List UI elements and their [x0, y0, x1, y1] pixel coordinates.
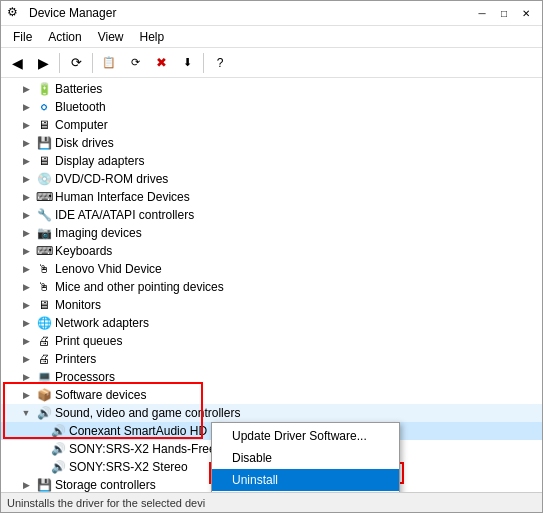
disk-drives-icon: 💾 [36, 135, 52, 151]
menu-help[interactable]: Help [132, 26, 173, 48]
minimize-button[interactable]: ─ [472, 4, 492, 22]
monitors-icon: 🖥 [36, 297, 52, 313]
refresh-button[interactable]: ⟳ [64, 51, 88, 75]
device-manager-window: ⚙ Device Manager ─ □ ✕ File Action View … [0, 0, 543, 513]
display-adapters-icon: 🖥 [36, 153, 52, 169]
tree-item-keyboards[interactable]: ▶ ⌨ Keyboards [1, 242, 542, 260]
expand-keyboards[interactable]: ▶ [19, 244, 33, 258]
expand-imaging[interactable]: ▶ [19, 226, 33, 240]
tree-item-software-devices[interactable]: ▶ 📦 Software devices [1, 386, 542, 404]
tree-item-computer[interactable]: ▶ 🖥 Computer [1, 116, 542, 134]
printers-icon: 🖨 [36, 351, 52, 367]
menu-action[interactable]: Action [40, 26, 89, 48]
tree-item-disk-drives[interactable]: ▶ 💾 Disk drives [1, 134, 542, 152]
keyboards-label: Keyboards [55, 244, 112, 258]
bluetooth-label: Bluetooth [55, 100, 106, 114]
sound-video-icon: 🔊 [36, 405, 52, 421]
tree-item-printers[interactable]: ▶ 🖨 Printers [1, 350, 542, 368]
menu-file[interactable]: File [5, 26, 40, 48]
tree-item-lenovo-vhid[interactable]: ▶ 🖱 Lenovo Vhid Device [1, 260, 542, 278]
processors-label: Processors [55, 370, 115, 384]
software-devices-label: Software devices [55, 388, 146, 402]
conexant-label: Conexant SmartAudio HD [69, 424, 207, 438]
expand-monitors[interactable]: ▶ [19, 298, 33, 312]
hid-icon: ⌨ [36, 189, 52, 205]
hid-label: Human Interface Devices [55, 190, 190, 204]
ide-atapi-label: IDE ATA/ATAPI controllers [55, 208, 194, 222]
expand-display-adapters[interactable]: ▶ [19, 154, 33, 168]
print-queues-label: Print queues [55, 334, 122, 348]
network-label: Network adapters [55, 316, 149, 330]
context-menu-scan[interactable]: Scan for hardware changes [212, 491, 399, 492]
batteries-label: Batteries [55, 82, 102, 96]
expand-print-queues[interactable]: ▶ [19, 334, 33, 348]
expand-printers[interactable]: ▶ [19, 352, 33, 366]
printers-label: Printers [55, 352, 96, 366]
tree-item-display-adapters[interactable]: ▶ 🖥 Display adapters [1, 152, 542, 170]
title-bar: ⚙ Device Manager ─ □ ✕ [1, 1, 542, 26]
context-menu: Update Driver Software... Disable Uninst… [211, 422, 400, 492]
expand-sound-video[interactable]: ▼ [19, 406, 33, 420]
tree-item-print-queues[interactable]: ▶ 🖨 Print queues [1, 332, 542, 350]
tree-item-sound-video[interactable]: ▼ 🔊 Sound, video and game controllers [1, 404, 542, 422]
dvd-cdrom-label: DVD/CD-ROM drives [55, 172, 168, 186]
maximize-button[interactable]: □ [494, 4, 514, 22]
back-button[interactable]: ◀ [5, 51, 29, 75]
expand-dvd-cdrom[interactable]: ▶ [19, 172, 33, 186]
context-menu-uninstall[interactable]: Uninstall [212, 469, 399, 491]
help-button[interactable]: ? [208, 51, 232, 75]
window-controls: ─ □ ✕ [472, 4, 536, 22]
expand-lenovo-vhid[interactable]: ▶ [19, 262, 33, 276]
tree-item-processors[interactable]: ▶ 💻 Processors [1, 368, 542, 386]
expand-hid[interactable]: ▶ [19, 190, 33, 204]
tree-item-mice[interactable]: ▶ 🖱 Mice and other pointing devices [1, 278, 542, 296]
scan-hardware-button[interactable]: ⬇ [175, 51, 199, 75]
tree-item-network[interactable]: ▶ 🌐 Network adapters [1, 314, 542, 332]
close-button[interactable]: ✕ [516, 4, 536, 22]
menu-bar: File Action View Help [1, 26, 542, 48]
expand-mice[interactable]: ▶ [19, 280, 33, 294]
uninstall-button[interactable]: ✖ [149, 51, 173, 75]
forward-button[interactable]: ▶ [31, 51, 55, 75]
sony-stereo-icon: 🔊 [50, 459, 66, 475]
toolbar-separator-3 [203, 53, 204, 73]
context-menu-disable[interactable]: Disable [212, 447, 399, 469]
computer-label: Computer [55, 118, 108, 132]
tree-item-hid[interactable]: ▶ ⌨ Human Interface Devices [1, 188, 542, 206]
tree-item-monitors[interactable]: ▶ 🖥 Monitors [1, 296, 542, 314]
expand-bluetooth[interactable]: ▶ [19, 100, 33, 114]
expand-software-devices[interactable]: ▶ [19, 388, 33, 402]
expand-batteries[interactable]: ▶ [19, 82, 33, 96]
tree-item-bluetooth[interactable]: ▶ ⭘ Bluetooth [1, 98, 542, 116]
software-devices-icon: 📦 [36, 387, 52, 403]
computer-icon: 🖥 [36, 117, 52, 133]
expand-sony-stereo [33, 460, 47, 474]
expand-processors[interactable]: ▶ [19, 370, 33, 384]
lenovo-vhid-icon: 🖱 [36, 261, 52, 277]
dvd-cdrom-icon: 💿 [36, 171, 52, 187]
update-driver-button[interactable]: ⟳ [123, 51, 147, 75]
sony-hands-free-label: SONY:SRS-X2 Hands-Free [69, 442, 216, 456]
expand-disk-drives[interactable]: ▶ [19, 136, 33, 150]
conexant-icon: 🔊 [50, 423, 66, 439]
properties-button[interactable]: 📋 [97, 51, 121, 75]
context-menu-update-driver[interactable]: Update Driver Software... [212, 425, 399, 447]
ide-atapi-icon: 🔧 [36, 207, 52, 223]
storage-icon: 💾 [36, 477, 52, 492]
processors-icon: 💻 [36, 369, 52, 385]
sound-video-label: Sound, video and game controllers [55, 406, 240, 420]
menu-view[interactable]: View [90, 26, 132, 48]
expand-storage[interactable]: ▶ [19, 478, 33, 492]
expand-ide-atapi[interactable]: ▶ [19, 208, 33, 222]
lenovo-vhid-label: Lenovo Vhid Device [55, 262, 162, 276]
toolbar-separator-2 [92, 53, 93, 73]
expand-network[interactable]: ▶ [19, 316, 33, 330]
tree-item-imaging[interactable]: ▶ 📷 Imaging devices [1, 224, 542, 242]
sony-stereo-label: SONY:SRS-X2 Stereo [69, 460, 188, 474]
network-icon: 🌐 [36, 315, 52, 331]
imaging-icon: 📷 [36, 225, 52, 241]
tree-item-ide-atapi[interactable]: ▶ 🔧 IDE ATA/ATAPI controllers [1, 206, 542, 224]
tree-item-batteries[interactable]: ▶ 🔋 Batteries [1, 80, 542, 98]
tree-item-dvd-cdrom[interactable]: ▶ 💿 DVD/CD-ROM drives [1, 170, 542, 188]
expand-computer[interactable]: ▶ [19, 118, 33, 132]
